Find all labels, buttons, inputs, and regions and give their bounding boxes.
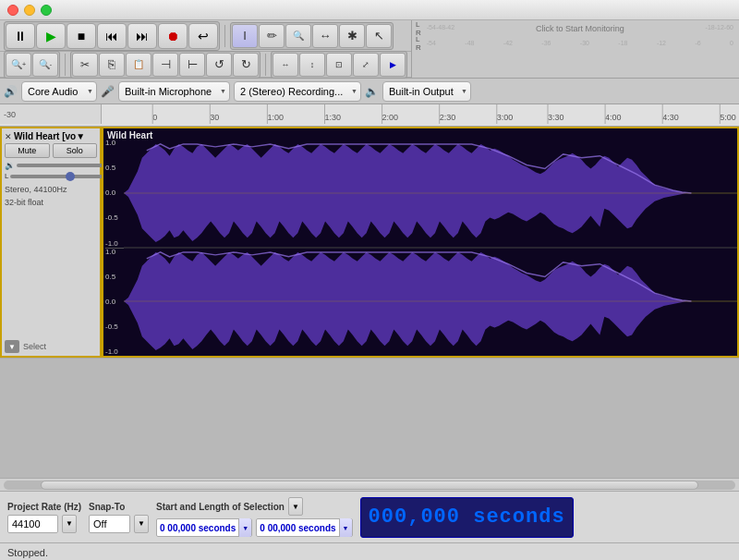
paste-button[interactable]: 📋 xyxy=(126,53,151,77)
channels-select[interactable]: 2 (Stereo) Recording... xyxy=(234,81,361,102)
scrollbar-area xyxy=(0,478,739,491)
output-device-select[interactable]: Built-in Output xyxy=(382,81,471,102)
playback-meter-scale: -54 -48 -42 -36 -30 -18 -12 -6 0 xyxy=(425,40,735,46)
minimize-button[interactable] xyxy=(24,5,35,16)
transport-toolbar: ⏸ ▶ ■ ⏮ ⏭ ⏺ ↩ I ✏ 🔍 ↔ ✱ ↖ xyxy=(0,20,411,52)
track-close-button[interactable]: ✕ xyxy=(5,132,12,141)
undo-button[interactable]: ↺ xyxy=(206,53,232,77)
zoom-out-button[interactable]: 🔍- xyxy=(32,53,58,77)
sel-start-input[interactable]: 0 00,000 seconds ▼ xyxy=(156,518,252,537)
loop-button[interactable]: ↩ xyxy=(188,23,218,49)
horizontal-scrollbar[interactable] xyxy=(4,481,735,490)
tick-330: 3:30 xyxy=(548,113,564,122)
project-rate-input[interactable] xyxy=(7,515,58,533)
pause-button[interactable]: ⏸ xyxy=(6,23,35,49)
draw-tool-button[interactable]: ✏ xyxy=(259,24,285,48)
selection-section: Start and Length of Selection ▼ 0 00,000… xyxy=(156,497,353,537)
audio-host-wrapper[interactable]: Core Audio xyxy=(21,81,97,102)
project-rate-dropdown[interactable]: ▼ xyxy=(62,515,77,533)
big-time-display: 000,000 seconds xyxy=(360,497,574,538)
timeshift-tool-button[interactable]: ↔ xyxy=(312,24,338,48)
zoom-group: 🔍+ 🔍- xyxy=(4,51,60,79)
edit-group: ✂ ⎘ 📋 ⊣ ⊢ ↺ ↻ xyxy=(70,51,260,79)
maximize-button[interactable] xyxy=(41,5,52,16)
record-meter-scale: -54 -48 -42 Click to Start Monitoring -1… xyxy=(425,24,735,33)
sel-start-text: 0 00,000 seconds xyxy=(157,523,238,533)
scrollbar-thumb[interactable] xyxy=(41,481,699,490)
cursor-tool-button[interactable]: ↖ xyxy=(366,24,392,48)
track-area: ✕ Wild Heart [vo▼ Mute Solo 🔉 L R Stereo… xyxy=(0,127,739,358)
channels-wrapper[interactable]: 2 (Stereo) Recording... xyxy=(234,81,361,102)
snap-to-section: Snap-To ▼ xyxy=(89,502,149,533)
device-toolbar: 🔊 Core Audio 🎤 Built-in Microphone 2 (St… xyxy=(0,79,739,104)
input-device-select[interactable]: Built-in Microphone xyxy=(118,81,230,102)
zoom-sel-button[interactable]: ⊡ xyxy=(326,53,352,77)
project-rate-label: Project Rate (Hz) xyxy=(7,502,81,512)
play-button[interactable]: ▶ xyxy=(36,23,66,49)
record-button[interactable]: ⏺ xyxy=(158,23,188,49)
track-name-label: Wild Heart [vo▼ xyxy=(14,131,97,141)
tick-230: 2:30 xyxy=(440,113,456,122)
tick-0: 0 xyxy=(152,113,157,122)
project-rate-section: Project Rate (Hz) ▼ xyxy=(7,502,81,533)
sel-start-dropdown[interactable]: ▼ xyxy=(238,518,251,537)
snap-to-input-row: ▼ xyxy=(89,515,149,533)
zoom-tool-button[interactable]: 🔍 xyxy=(285,24,311,48)
multi-tool-button[interactable]: ✱ xyxy=(339,24,365,48)
scale-0: 0 xyxy=(730,24,733,33)
copy-button[interactable]: ⎘ xyxy=(99,53,125,77)
tick-130: 1:30 xyxy=(325,113,342,122)
main-toolbar-area: ⏸ ▶ ■ ⏮ ⏭ ⏺ ↩ I ✏ 🔍 ↔ ✱ ↖ 🔍+ xyxy=(0,20,739,79)
select-label[interactable]: Select xyxy=(23,342,46,351)
output-device-wrapper[interactable]: Built-in Output xyxy=(382,81,471,102)
collapse-track-button[interactable]: ▼ xyxy=(5,340,19,353)
track-info-stereo: Stereo, 44100Hz xyxy=(5,184,97,197)
silence-button[interactable]: ⊢ xyxy=(179,53,205,77)
toggle-zoom-button[interactable]: ⤢ xyxy=(353,53,379,77)
sel-end-input[interactable]: 0 00,000 seconds ▼ xyxy=(256,518,352,537)
close-button[interactable] xyxy=(7,5,18,16)
scale-n05-top: -0.5 xyxy=(105,214,124,222)
ruler-track-label: -30 xyxy=(0,104,102,124)
fit-project-button[interactable]: ↔ xyxy=(273,53,298,77)
volume-icon: 🔉 xyxy=(5,161,15,170)
tick-30: 30 xyxy=(210,113,219,122)
select-tool-button[interactable]: I xyxy=(232,24,258,48)
stop-button[interactable]: ■ xyxy=(67,23,96,49)
mute-button[interactable]: Mute xyxy=(5,143,50,158)
status-text: Stopped. xyxy=(7,547,48,558)
selection-type-dropdown[interactable]: ▼ xyxy=(288,497,303,516)
toggle-scrub-button[interactable]: ▶ xyxy=(380,53,406,77)
transport-group: ⏸ ▶ ■ ⏮ ⏭ ⏺ ↩ xyxy=(4,21,220,51)
track-info: Stereo, 44100Hz 32-bit float xyxy=(5,184,97,209)
scale-n05-bot: -0.5 xyxy=(105,323,124,331)
waveform-display: Wild Heart 1.0 0.5 0.0 -0.5 -1.0 1.0 0.5… xyxy=(102,127,739,358)
trim-button[interactable]: ⊣ xyxy=(152,53,178,77)
solo-button[interactable]: Solo xyxy=(53,143,98,158)
pan-label-L: L xyxy=(5,172,8,180)
input-device-wrapper[interactable]: Built-in Microphone xyxy=(118,81,230,102)
forward-button[interactable]: ⏭ xyxy=(127,23,157,49)
scale-m54: -54 xyxy=(427,24,436,33)
scale-1-bot: 1.0 xyxy=(105,249,124,256)
sel-end-dropdown[interactable]: ▼ xyxy=(339,518,352,537)
audio-host-select[interactable]: Core Audio xyxy=(21,81,97,102)
snap-to-label: Snap-To xyxy=(89,502,149,512)
snap-to-input[interactable] xyxy=(89,515,130,533)
empty-track-area xyxy=(0,358,739,478)
tick-300: 3:00 xyxy=(497,113,514,122)
rewind-button[interactable]: ⏮ xyxy=(97,23,127,49)
fit-vert-button[interactable]: ↕ xyxy=(299,53,325,77)
scale-click: Click to Start Monitoring xyxy=(454,24,705,33)
cut-button[interactable]: ✂ xyxy=(72,53,98,77)
scale-m42: -42 xyxy=(445,24,454,33)
snap-to-dropdown[interactable]: ▼ xyxy=(134,515,149,533)
zoom-in-button[interactable]: 🔍+ xyxy=(6,53,31,77)
pb-scale-m36: -36 xyxy=(541,40,551,46)
redo-button[interactable]: ↻ xyxy=(233,53,259,77)
scale-n1-top: -1.0 xyxy=(105,240,124,248)
mic-icon: 🎤 xyxy=(101,85,115,98)
timeline-ruler: -30 0 30 1:00 1:30 2:00 2:30 3:00 3:30 4… xyxy=(0,104,739,127)
pb-scale-m18: -18 xyxy=(618,40,627,46)
selection-label-row: Start and Length of Selection ▼ xyxy=(156,497,353,516)
